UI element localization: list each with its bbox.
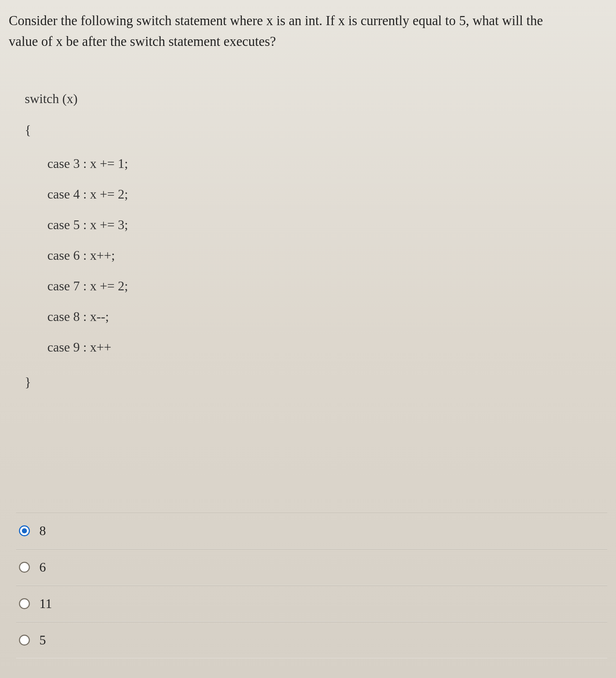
option-row-0[interactable]: 8	[16, 513, 607, 549]
radio-icon[interactable]	[19, 525, 30, 536]
code-case-7: case 7 : x += 2;	[47, 279, 607, 293]
option-row-1[interactable]: 6	[16, 549, 607, 585]
option-row-3[interactable]: 5	[16, 622, 607, 658]
code-case-6: case 6 : x++;	[47, 249, 607, 262]
quiz-page: Consider the following switch statement …	[0, 0, 616, 658]
option-label: 11	[39, 596, 52, 611]
question-text: Consider the following switch statement …	[9, 10, 607, 52]
code-case-8: case 8 : x--;	[47, 310, 607, 323]
option-label: 5	[39, 632, 46, 648]
option-row-2[interactable]: 11	[16, 585, 607, 622]
question-line-1: Consider the following switch statement …	[9, 13, 543, 28]
code-case-3: case 3 : x += 1;	[47, 157, 607, 170]
question-line-2: value of x be after the switch statement…	[9, 34, 276, 49]
option-label: 6	[39, 560, 46, 575]
spacer	[9, 389, 607, 513]
radio-icon[interactable]	[19, 598, 30, 609]
code-case-5: case 5 : x += 3;	[47, 218, 607, 231]
code-switch: switch (x)	[25, 92, 607, 105]
answer-options: 8 6 11 5	[16, 513, 607, 658]
option-label: 8	[39, 523, 46, 538]
code-case-9: case 9 : x++	[47, 341, 607, 354]
radio-icon[interactable]	[19, 562, 30, 573]
radio-icon[interactable]	[19, 635, 30, 646]
code-case-4: case 4 : x += 2;	[47, 188, 607, 201]
code-block: switch (x) { case 3 : x += 1; case 4 : x…	[25, 92, 607, 389]
code-open-brace: {	[25, 124, 607, 137]
code-close-brace: }	[25, 376, 607, 389]
